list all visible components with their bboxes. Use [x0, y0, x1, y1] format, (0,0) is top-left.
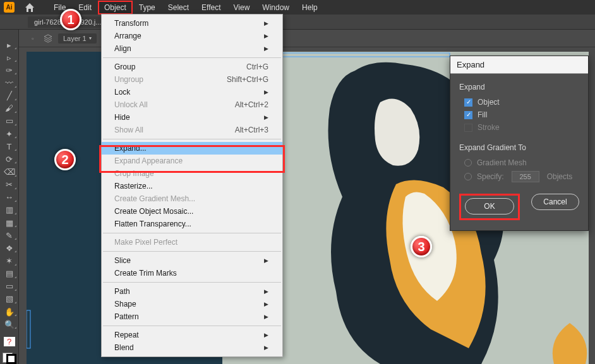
gradient-tool[interactable]: ▥ [2, 205, 17, 215]
menu-select[interactable]: Select [162, 1, 195, 15]
layer-stack-icon[interactable] [43, 33, 53, 44]
menu-object[interactable]: Object [98, 1, 133, 15]
home-icon[interactable] [23, 1, 36, 14]
fill-checkbox[interactable] [464, 111, 472, 119]
object-checkbox[interactable] [464, 98, 472, 107]
object-menu-dropdown: Transform▶Arrange▶Align▶GroupCtrl+GUngro… [101, 14, 283, 357]
tools-panel: ▸▹✑〰╱🖌▭✦T⟳⌫✂↔▥▦✎❖✶▤▭▧✋🔍? [0, 30, 19, 364]
paintbrush-tool[interactable]: 🖌 [2, 103, 17, 114]
menu-item-label: Rasterize... [114, 182, 153, 191]
menu-shortcut: Ctrl+G [246, 62, 268, 71]
menu-item-path[interactable]: Path▶ [102, 285, 282, 298]
mesh-tool[interactable]: ▦ [2, 218, 17, 228]
scissors-tool[interactable]: ✂ [2, 180, 17, 190]
menu-item-transform[interactable]: Transform▶ [102, 17, 282, 30]
submenu-arrow-icon: ▶ [264, 20, 268, 26]
menu-help[interactable]: Help [296, 1, 324, 15]
fill-checkbox-label: Fill [478, 110, 487, 119]
menu-item-label: Hide [114, 113, 130, 122]
zoom-tool[interactable]: 🔍 [2, 319, 17, 329]
gradient-mesh-label: Gradient Mesh [477, 158, 527, 167]
menu-item-expand[interactable]: Expand... [102, 142, 282, 155]
submenu-arrow-icon: ▶ [264, 332, 268, 338]
menu-item-label: Shape [114, 300, 136, 308]
text-tool[interactable]: T [2, 141, 17, 151]
pen-tool[interactable]: ✑ [2, 65, 17, 75]
menu-window[interactable]: Window [256, 1, 296, 15]
fill-stroke-swatch[interactable] [3, 353, 16, 364]
menu-item-create-trim-marks[interactable]: Create Trim Marks [102, 267, 282, 279]
layer-chip-label: Layer 1 [63, 35, 87, 42]
menu-item-blend[interactable]: Blend▶ [102, 341, 282, 354]
menu-item-show-all: Show AllAlt+Ctrl+3 [102, 124, 282, 136]
cancel-button[interactable]: Cancel [531, 194, 579, 210]
menu-item-label: Path [114, 287, 130, 296]
submenu-arrow-icon: ▶ [264, 89, 268, 95]
no-selection-icon: ◦ [28, 33, 38, 44]
menu-item-label: Show All [114, 126, 143, 134]
menu-item-slice[interactable]: Slice▶ [102, 254, 282, 267]
selection-tool[interactable]: ▸ [2, 40, 17, 50]
menu-item-label: Align [114, 44, 131, 53]
eraser-tool[interactable]: ⌫ [2, 167, 17, 177]
menu-item-repeat[interactable]: Repeat▶ [102, 329, 282, 341]
menu-item-group[interactable]: GroupCtrl+G [102, 61, 282, 73]
menu-item-label: Lock [114, 88, 130, 97]
gradient-section-label: Expand Gradient To [459, 143, 579, 152]
line-tool[interactable]: ╱ [2, 91, 17, 101]
submenu-arrow-icon: ▶ [264, 301, 268, 307]
dialog-title: Expand [450, 56, 588, 74]
menu-item-expand-appearance: Expand Appearance [102, 155, 282, 167]
menu-item-create-gradient-mesh: Create Gradient Mesh... [102, 192, 282, 205]
callout-2: 2 [54, 149, 76, 170]
menu-item-align[interactable]: Align▶ [102, 42, 282, 55]
menu-view[interactable]: View [227, 1, 256, 15]
menubar: FileEditObjectTypeSelectEffectViewWindow… [47, 1, 324, 15]
menu-item-label: Make Pixel Perfect [114, 238, 177, 247]
menu-item-create-object-mosaic[interactable]: Create Object Mosaic... [102, 205, 282, 218]
menu-item-shape[interactable]: Shape▶ [102, 298, 282, 310]
ok-button[interactable]: OK [465, 198, 514, 214]
menu-item-label: Transform [114, 19, 148, 28]
menu-item-unlock-all: Unlock AllAlt+Ctrl+2 [102, 98, 282, 111]
artboard-tool[interactable]: ▭ [2, 281, 17, 291]
callout-3: 3 [411, 236, 432, 257]
menu-item-pattern[interactable]: Pattern▶ [102, 310, 282, 323]
menu-item-flatten-transparency[interactable]: Flatten Transparency... [102, 218, 282, 230]
rotate-tool[interactable]: ⟳ [2, 154, 17, 164]
menu-item-label: Create Trim Marks [114, 269, 177, 278]
menu-item-arrange[interactable]: Arrange▶ [102, 30, 282, 42]
menu-separator [103, 139, 281, 139]
menu-item-label: Flatten Transparency... [114, 220, 191, 228]
symbol-sprayer-tool[interactable]: ✶ [2, 255, 17, 266]
menu-item-rasterize[interactable]: Rasterize... [102, 180, 282, 192]
curvature-tool[interactable]: 〰 [2, 78, 17, 88]
submenu-arrow-icon: ▶ [264, 344, 268, 351]
column-graph-tool[interactable]: ▤ [2, 269, 17, 279]
eyedropper-tool[interactable]: ✎ [2, 230, 17, 240]
slice-tool[interactable]: ▧ [2, 294, 17, 304]
control-bar: ◦ Layer 1 ▾ ⊙ [0, 30, 595, 47]
menu-item-label: Crop Image [114, 169, 154, 178]
menu-item-label: Expand Appearance [114, 156, 183, 165]
menu-effect[interactable]: Effect [195, 1, 227, 15]
hand-tool[interactable]: ✋ [2, 307, 17, 317]
width-tool[interactable]: ↔ [2, 192, 17, 203]
menu-item-hide[interactable]: Hide▶ [102, 111, 282, 124]
submenu-arrow-icon: ▶ [264, 114, 268, 120]
rect-tool[interactable]: ▭ [2, 116, 17, 126]
menu-item-make-pixel-perfect: Make Pixel Perfect [102, 236, 282, 249]
default-fill-indicator: ? [4, 337, 15, 346]
submenu-arrow-icon: ▶ [264, 288, 268, 295]
shaper-tool[interactable]: ✦ [2, 129, 17, 139]
document-tabbar: girl-7628308_1920.j... [0, 15, 595, 30]
blend-tool[interactable]: ❖ [2, 243, 17, 253]
callout-1: 1 [60, 9, 81, 30]
specify-label: Specify: [477, 172, 504, 181]
direct-selection-tool[interactable]: ▹ [2, 52, 17, 62]
layer-chip[interactable]: Layer 1 ▾ [58, 33, 97, 44]
menu-item-lock[interactable]: Lock▶ [102, 86, 282, 98]
menu-shortcut: Alt+Ctrl+3 [235, 126, 268, 134]
object-checkbox-label: Object [478, 98, 500, 107]
menu-type[interactable]: Type [133, 1, 162, 15]
